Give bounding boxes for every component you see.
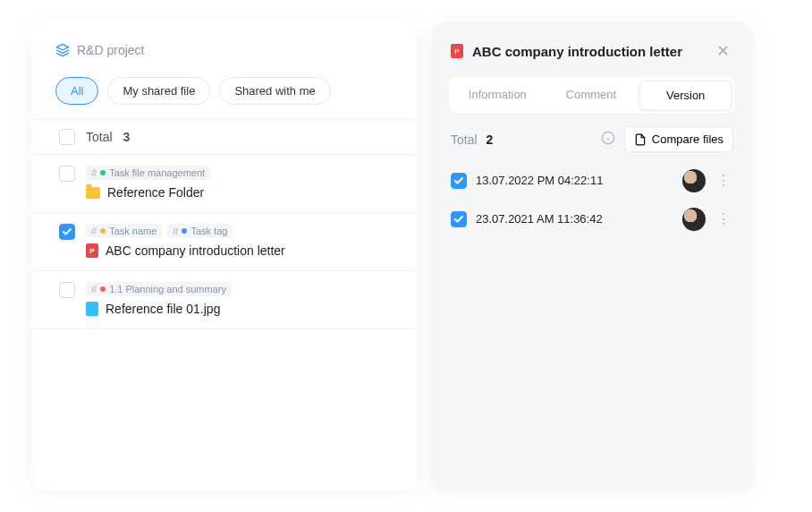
filter-bar: All My shared file Shared with me — [32, 66, 417, 119]
row-body: # Task file management Reference Folder — [86, 166, 393, 200]
filter-my-shared[interactable]: My shared file — [107, 77, 210, 105]
tag-text: 1.1 Planning and summary — [109, 284, 226, 294]
tag-text: Task tag — [190, 226, 227, 236]
list-item[interactable]: # Task file management Reference Folder — [32, 155, 417, 212]
tag-group: # Task file management — [86, 166, 393, 180]
tag-text: Task file management — [109, 167, 205, 178]
tag-group: # Task name # Task tag — [86, 224, 393, 238]
total-count: 3 — [123, 130, 131, 144]
row-title-line: Reference file 01.jpg — [86, 302, 393, 316]
side-total-count: 2 — [486, 132, 494, 147]
info-icon[interactable] — [601, 131, 615, 148]
side-header: P ABC company introduction letter ✕ — [442, 32, 742, 77]
folder-icon — [86, 187, 100, 199]
project-header: R&D project — [32, 21, 417, 66]
kebab-icon[interactable]: ⋮ — [715, 207, 733, 231]
row-title-line: P ABC company introduction letter — [86, 243, 393, 258]
row-title: Reference Folder — [107, 185, 204, 200]
list-item[interactable]: # Task name # Task tag P ABC company int… — [32, 213, 417, 270]
avatar[interactable] — [682, 208, 706, 231]
tab-version[interactable]: Version — [639, 81, 732, 110]
close-icon[interactable]: ✕ — [713, 38, 733, 64]
compare-label: Compare files — [652, 132, 723, 146]
side-panel: P ABC company introduction letter ✕ Info… — [431, 21, 753, 491]
row-title: Reference file 01.jpg — [106, 302, 220, 316]
row-checkbox[interactable] — [59, 282, 75, 298]
side-title: ABC company introduction letter — [472, 44, 704, 59]
tag[interactable]: # Task file management — [86, 166, 210, 180]
hash-icon: # — [91, 226, 97, 236]
list-item[interactable]: # 1.1 Planning and summary Reference fil… — [32, 271, 417, 329]
tag-group: # 1.1 Planning and summary — [86, 282, 393, 296]
hash-icon: # — [91, 167, 97, 178]
tag-text: Task name — [109, 226, 156, 236]
filter-all[interactable]: All — [55, 77, 98, 105]
avatar[interactable] — [682, 169, 706, 192]
document-icon: P — [451, 44, 463, 58]
version-row[interactable]: 23.07.2021 AM 11:36:42 ⋮ — [442, 200, 742, 238]
file-list-panel: R&D project All My shared file Shared wi… — [32, 21, 417, 491]
row-checkbox[interactable] — [59, 224, 75, 240]
row-body: # 1.1 Planning and summary Reference fil… — [86, 282, 393, 316]
tag-dot — [100, 170, 106, 175]
side-toolbar: Total 2 Compare files — [442, 126, 742, 161]
image-file-icon — [86, 302, 98, 316]
tag[interactable]: # Task tag — [167, 224, 233, 238]
row-title: ABC company introduction letter — [106, 243, 285, 258]
version-checkbox[interactable] — [451, 173, 467, 189]
kebab-icon[interactable]: ⋮ — [715, 168, 733, 192]
side-total-label: Total — [451, 132, 478, 147]
side-tabs: Information Comment Version — [449, 77, 735, 114]
tag-dot — [100, 286, 106, 292]
row-checkbox[interactable] — [59, 166, 75, 182]
project-name: R&D project — [77, 43, 144, 57]
tab-information[interactable]: Information — [453, 81, 543, 110]
document-icon: P — [86, 243, 98, 258]
tag[interactable]: # Task name — [86, 224, 162, 238]
divider — [32, 329, 417, 329]
hash-icon: # — [91, 284, 97, 294]
total-row: Total 3 — [32, 120, 417, 154]
total-label: Total — [86, 130, 113, 144]
version-checkbox[interactable] — [451, 211, 467, 227]
hash-icon: # — [173, 226, 178, 236]
compare-files-button[interactable]: Compare files — [624, 126, 733, 152]
select-all-checkbox[interactable] — [59, 129, 75, 145]
tab-comment[interactable]: Comment — [546, 81, 637, 110]
row-title-line: Reference Folder — [86, 185, 393, 200]
version-date: 13.07.2022 PM 04:22:11 — [476, 174, 673, 187]
svg-marker-0 — [56, 44, 68, 50]
version-date: 23.07.2021 AM 11:36:42 — [476, 212, 673, 226]
tag-dot — [182, 228, 187, 234]
version-row[interactable]: 13.07.2022 PM 04:22:11 ⋮ — [442, 161, 742, 200]
filter-shared-with-me[interactable]: Shared with me — [219, 77, 330, 105]
tag-dot — [100, 228, 106, 234]
stack-icon — [55, 43, 70, 57]
row-body: # Task name # Task tag P ABC company int… — [86, 224, 393, 258]
tag[interactable]: # 1.1 Planning and summary — [86, 282, 232, 296]
